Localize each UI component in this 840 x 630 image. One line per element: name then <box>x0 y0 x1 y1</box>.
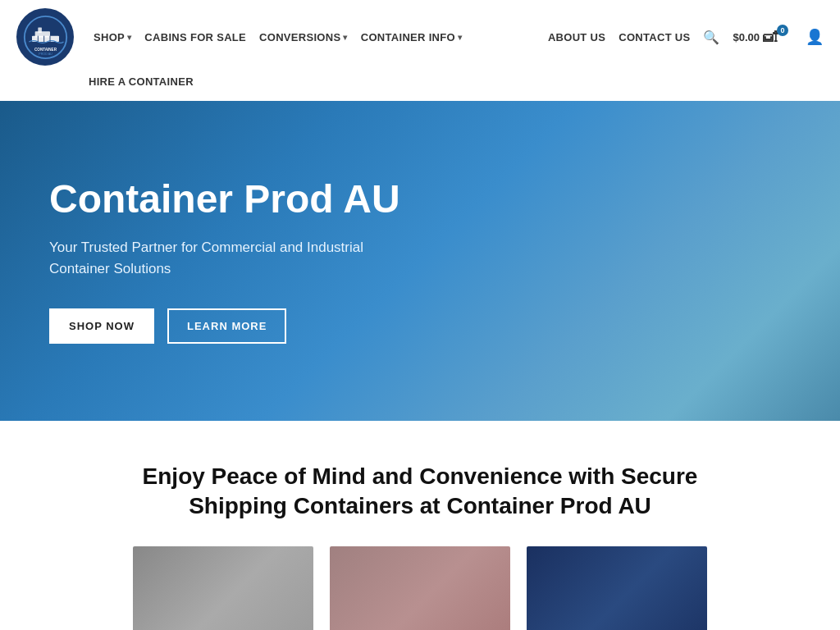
nav-cabins[interactable]: CABINS FOR SALE <box>139 25 251 50</box>
navbar: CONTAINER PROD AU SHOP ▾ CABINS FOR SALE… <box>0 0 840 101</box>
nav-shop[interactable]: SHOP ▾ <box>89 25 136 50</box>
learn-more-button[interactable]: LEARN MORE <box>167 308 286 344</box>
logo-icon: CONTAINER PROD AU <box>16 8 74 66</box>
card-1[interactable] <box>133 546 313 630</box>
hero-subtitle: Your Trusted Partner for Commercial and … <box>49 237 377 279</box>
svg-rect-2 <box>34 31 49 37</box>
card-2[interactable] <box>330 546 510 630</box>
section-title: Enjoy Peace of Mind and Convenience with… <box>133 462 707 522</box>
svg-text:CONTAINER: CONTAINER <box>34 48 57 52</box>
nav-hire-container[interactable]: HIRE A CONTAINER <box>84 69 199 94</box>
hero-buttons: SHOP NOW LEARN MORE <box>49 308 791 344</box>
card-row <box>0 546 840 630</box>
svg-text:PROD AU: PROD AU <box>39 52 52 55</box>
chevron-down-icon: ▾ <box>343 33 347 42</box>
search-icon[interactable]: 🔍 <box>703 30 719 45</box>
hero-section: Container Prod AU Your Trusted Partner f… <box>0 101 840 421</box>
nav-about-us[interactable]: ABOUT US <box>548 31 605 43</box>
cart-icon: 🛋 <box>763 29 778 46</box>
secondary-nav-row: HIRE A CONTAINER <box>16 69 824 101</box>
chevron-down-icon: ▾ <box>127 33 131 42</box>
svg-rect-3 <box>38 27 42 32</box>
nav-contact-us[interactable]: CONTACT US <box>619 31 690 43</box>
card-3[interactable] <box>527 546 707 630</box>
cart-button[interactable]: $0.00 🛋 0 <box>733 29 792 46</box>
user-icon[interactable]: 👤 <box>806 28 824 46</box>
site-logo[interactable]: CONTAINER PROD AU <box>16 8 74 66</box>
secondary-nav: ABOUT US CONTACT US 🔍 $0.00 🛋 0 👤 <box>548 28 824 46</box>
section-title-area: Enjoy Peace of Mind and Convenience with… <box>0 421 840 546</box>
shop-now-button[interactable]: SHOP NOW <box>49 308 154 344</box>
nav-conversions[interactable]: CONVERSIONS ▾ <box>254 25 353 50</box>
hero-title: Container Prod AU <box>49 178 791 221</box>
cart-badge: 0 <box>777 25 788 36</box>
chevron-down-icon: ▾ <box>458 33 462 42</box>
cart-price: $0.00 <box>733 31 760 43</box>
primary-nav: SHOP ▾ CABINS FOR SALE CONVERSIONS ▾ CON… <box>89 25 467 50</box>
nav-container-info[interactable]: CONTAINER INFO ▾ <box>356 25 468 50</box>
